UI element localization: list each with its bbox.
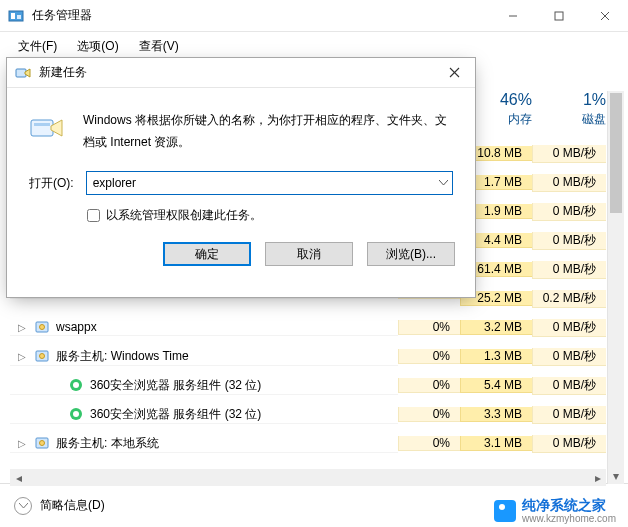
- svg-rect-21: [34, 123, 50, 126]
- cancel-button[interactable]: 取消: [265, 242, 353, 266]
- process-name: 360安全浏览器 服务组件 (32 位): [90, 377, 261, 394]
- vertical-scrollbar[interactable]: ▴ ▾: [607, 91, 624, 484]
- watermark-brand: 纯净系统之家: [522, 497, 606, 513]
- fewer-details-icon[interactable]: [14, 497, 32, 515]
- expand-icon[interactable]: ▷: [16, 438, 28, 449]
- admin-checkbox[interactable]: [87, 209, 100, 222]
- menu-view[interactable]: 查看(V): [129, 36, 189, 57]
- cell-cpu: [398, 298, 460, 299]
- scroll-left-icon[interactable]: ◂: [10, 469, 27, 486]
- close-button[interactable]: [582, 0, 628, 31]
- service-host-icon: [34, 319, 50, 335]
- dialog-close-button[interactable]: [437, 60, 471, 86]
- watermark: 纯净系统之家 www.kzmyhome.com: [494, 497, 616, 524]
- svg-rect-2: [17, 15, 21, 19]
- open-label: 打开(O):: [21, 175, 78, 192]
- cell-disk: 0 MB/秒: [532, 203, 606, 221]
- cell-disk: 0.2 MB/秒: [532, 290, 606, 308]
- cell-memory: 3.1 MB: [460, 436, 532, 451]
- cell-disk: 0 MB/秒: [532, 348, 606, 366]
- col-disk[interactable]: 1% 磁盘: [532, 91, 606, 134]
- cell-cpu: 0%: [398, 349, 460, 364]
- table-row[interactable]: 360安全浏览器 服务组件 (32 位)0%5.4 MB0 MB/秒: [10, 371, 606, 400]
- 360-icon: [68, 377, 84, 393]
- watermark-icon: [494, 500, 516, 522]
- process-name: 360安全浏览器 服务组件 (32 位): [90, 406, 261, 423]
- svg-point-10: [40, 354, 45, 359]
- cell-disk: 0 MB/秒: [532, 406, 606, 424]
- titlebar: 任务管理器: [0, 0, 628, 32]
- maximize-button[interactable]: [536, 0, 582, 31]
- new-task-dialog: 新建任务 Windows 将根据你所键入的名称，为你打开相应的程序、文件夹、文档…: [6, 57, 476, 298]
- chevron-down-icon[interactable]: [434, 180, 452, 186]
- service-host-icon: [34, 348, 50, 364]
- svg-rect-20: [31, 120, 53, 136]
- process-name: wsappx: [56, 320, 97, 334]
- window-title: 任务管理器: [32, 7, 92, 24]
- svg-point-14: [73, 411, 79, 417]
- ok-button[interactable]: 确定: [163, 242, 251, 266]
- browse-button[interactable]: 浏览(B)...: [367, 242, 455, 266]
- table-row[interactable]: ▷服务主机: Windows Time0%1.3 MB0 MB/秒: [10, 342, 606, 371]
- cell-disk: 0 MB/秒: [532, 261, 606, 279]
- taskmgr-icon: [8, 8, 24, 24]
- expand-icon[interactable]: ▷: [16, 351, 28, 362]
- 360-icon: [68, 406, 84, 422]
- svg-point-16: [40, 441, 45, 446]
- svg-rect-4: [555, 12, 563, 20]
- svg-rect-1: [11, 13, 15, 19]
- scroll-thumb[interactable]: [610, 93, 622, 213]
- cell-disk: 0 MB/秒: [532, 377, 606, 395]
- menu-options[interactable]: 选项(O): [67, 36, 128, 57]
- dialog-title: 新建任务: [39, 64, 437, 81]
- service-host-icon: [34, 435, 50, 451]
- scroll-right-icon[interactable]: ▸: [589, 469, 606, 486]
- run-icon: [29, 110, 65, 146]
- admin-label: 以系统管理权限创建此任务。: [106, 207, 262, 224]
- cell-disk: 0 MB/秒: [532, 232, 606, 250]
- cell-cpu: 0%: [398, 320, 460, 335]
- cell-cpu: 0%: [398, 407, 460, 422]
- expand-icon[interactable]: ▷: [16, 322, 28, 333]
- open-input[interactable]: [87, 176, 434, 190]
- dialog-titlebar: 新建任务: [7, 58, 475, 88]
- open-combobox[interactable]: [86, 171, 453, 195]
- cell-disk: 0 MB/秒: [532, 319, 606, 337]
- process-name: 服务主机: 本地系统: [56, 435, 159, 452]
- svg-point-12: [73, 382, 79, 388]
- dialog-description: Windows 将根据你所键入的名称，为你打开相应的程序、文件夹、文档或 Int…: [83, 110, 453, 153]
- scroll-down-icon[interactable]: ▾: [608, 467, 624, 484]
- cell-disk: 0 MB/秒: [532, 145, 606, 163]
- window-controls: [490, 0, 628, 31]
- cell-disk: 0 MB/秒: [532, 435, 606, 453]
- cell-memory: 5.4 MB: [460, 378, 532, 393]
- cell-memory: 3.3 MB: [460, 407, 532, 422]
- cell-disk: 0 MB/秒: [532, 174, 606, 192]
- cell-memory: 1.3 MB: [460, 349, 532, 364]
- run-titlebar-icon: [15, 65, 31, 81]
- cell-cpu: 0%: [398, 378, 460, 393]
- table-row[interactable]: 360安全浏览器 服务组件 (32 位)0%3.3 MB0 MB/秒: [10, 400, 606, 429]
- table-row[interactable]: ▷wsappx0%3.2 MB0 MB/秒: [10, 313, 606, 342]
- horizontal-scrollbar[interactable]: ◂ ▸: [10, 469, 606, 486]
- svg-point-8: [40, 325, 45, 330]
- table-row[interactable]: ▷服务主机: 本地系统0%3.1 MB0 MB/秒: [10, 429, 606, 458]
- process-name: 服务主机: Windows Time: [56, 348, 189, 365]
- cell-memory: 3.2 MB: [460, 320, 532, 335]
- fewer-details-label[interactable]: 简略信息(D): [40, 497, 105, 514]
- watermark-url: www.kzmyhome.com: [522, 513, 616, 524]
- minimize-button[interactable]: [490, 0, 536, 31]
- cell-cpu: 0%: [398, 436, 460, 451]
- menu-file[interactable]: 文件(F): [8, 36, 67, 57]
